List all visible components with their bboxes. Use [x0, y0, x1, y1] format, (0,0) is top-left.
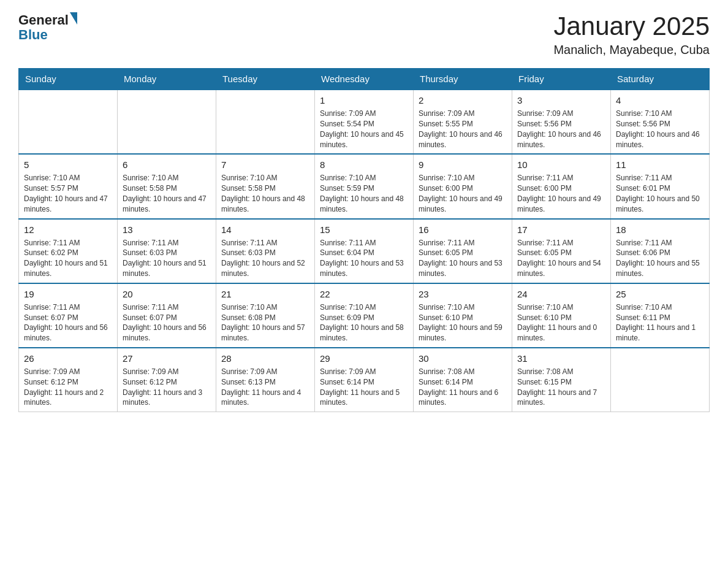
calendar-day-header: Wednesday	[315, 69, 414, 90]
day-info: Sunrise: 7:11 AMSunset: 6:07 PMDaylight:…	[123, 302, 211, 343]
calendar-day-cell: 1Sunrise: 7:09 AMSunset: 5:54 PMDaylight…	[315, 90, 414, 154]
calendar-day-cell: 3Sunrise: 7:09 AMSunset: 5:56 PMDaylight…	[512, 90, 611, 154]
calendar-day-cell: 2Sunrise: 7:09 AMSunset: 5:55 PMDaylight…	[414, 90, 512, 154]
calendar-day-cell: 23Sunrise: 7:10 AMSunset: 6:10 PMDayligh…	[414, 283, 512, 348]
calendar-day-header: Monday	[118, 69, 216, 90]
calendar-day-cell: 21Sunrise: 7:10 AMSunset: 6:08 PMDayligh…	[216, 283, 315, 348]
day-info: Sunrise: 7:10 AMSunset: 6:00 PMDaylight:…	[419, 173, 507, 214]
day-number: 18	[616, 223, 704, 236]
calendar-day-cell: 11Sunrise: 7:11 AMSunset: 6:01 PMDayligh…	[611, 154, 710, 218]
calendar-day-cell: 15Sunrise: 7:11 AMSunset: 6:04 PMDayligh…	[315, 219, 414, 283]
calendar-day-header: Sunday	[19, 69, 118, 90]
day-number: 2	[419, 94, 507, 107]
day-info: Sunrise: 7:11 AMSunset: 6:05 PMDaylight:…	[517, 238, 605, 279]
calendar-week-row: 19Sunrise: 7:11 AMSunset: 6:07 PMDayligh…	[19, 283, 710, 348]
day-number: 5	[24, 158, 112, 171]
day-info: Sunrise: 7:11 AMSunset: 6:02 PMDaylight:…	[24, 238, 112, 279]
day-info: Sunrise: 7:11 AMSunset: 6:03 PMDaylight:…	[123, 238, 211, 279]
day-info: Sunrise: 7:09 AMSunset: 5:54 PMDaylight:…	[320, 109, 408, 150]
calendar-day-cell: 27Sunrise: 7:09 AMSunset: 6:12 PMDayligh…	[118, 348, 216, 412]
day-number: 23	[419, 288, 507, 301]
calendar-day-cell: 14Sunrise: 7:11 AMSunset: 6:03 PMDayligh…	[216, 219, 315, 283]
calendar-day-cell: 20Sunrise: 7:11 AMSunset: 6:07 PMDayligh…	[118, 283, 216, 348]
day-info: Sunrise: 7:09 AMSunset: 6:13 PMDaylight:…	[221, 367, 309, 408]
calendar-day-cell: 28Sunrise: 7:09 AMSunset: 6:13 PMDayligh…	[216, 348, 315, 412]
page-header: General Blue January 2025 Manalich, Maya…	[18, 12, 710, 57]
calendar-day-cell: 18Sunrise: 7:11 AMSunset: 6:06 PMDayligh…	[611, 219, 710, 283]
day-number: 29	[320, 352, 408, 365]
calendar-day-cell: 30Sunrise: 7:08 AMSunset: 6:14 PMDayligh…	[414, 348, 512, 412]
calendar-day-cell: 6Sunrise: 7:10 AMSunset: 5:58 PMDaylight…	[118, 154, 216, 218]
calendar-day-header: Tuesday	[216, 69, 315, 90]
day-info: Sunrise: 7:10 AMSunset: 5:56 PMDaylight:…	[616, 109, 704, 150]
calendar-day-header: Saturday	[611, 69, 710, 90]
day-number: 31	[517, 352, 605, 365]
day-number: 4	[616, 94, 704, 107]
day-number: 12	[24, 223, 112, 236]
day-info: Sunrise: 7:08 AMSunset: 6:14 PMDaylight:…	[419, 367, 507, 408]
day-info: Sunrise: 7:09 AMSunset: 6:14 PMDaylight:…	[320, 367, 408, 408]
calendar-week-row: 5Sunrise: 7:10 AMSunset: 5:57 PMDaylight…	[19, 154, 710, 218]
day-number: 6	[123, 158, 211, 171]
calendar-day-header: Thursday	[414, 69, 512, 90]
calendar-week-row: 1Sunrise: 7:09 AMSunset: 5:54 PMDaylight…	[19, 90, 710, 154]
day-number: 14	[221, 223, 309, 236]
day-info: Sunrise: 7:09 AMSunset: 6:12 PMDaylight:…	[24, 367, 112, 408]
day-number: 26	[24, 352, 112, 365]
logo: General Blue	[18, 12, 77, 42]
calendar-day-cell: 31Sunrise: 7:08 AMSunset: 6:15 PMDayligh…	[512, 348, 611, 412]
calendar-header-row: SundayMondayTuesdayWednesdayThursdayFrid…	[19, 69, 710, 90]
calendar-day-header: Friday	[512, 69, 611, 90]
day-info: Sunrise: 7:11 AMSunset: 6:05 PMDaylight:…	[419, 238, 507, 279]
calendar-day-cell: 19Sunrise: 7:11 AMSunset: 6:07 PMDayligh…	[19, 283, 118, 348]
day-number: 8	[320, 158, 408, 171]
calendar-day-cell	[216, 90, 315, 154]
calendar-day-cell: 26Sunrise: 7:09 AMSunset: 6:12 PMDayligh…	[19, 348, 118, 412]
calendar-week-row: 12Sunrise: 7:11 AMSunset: 6:02 PMDayligh…	[19, 219, 710, 283]
calendar-day-cell: 8Sunrise: 7:10 AMSunset: 5:59 PMDaylight…	[315, 154, 414, 218]
day-number: 17	[517, 223, 605, 236]
day-info: Sunrise: 7:11 AMSunset: 6:00 PMDaylight:…	[517, 173, 605, 214]
day-number: 30	[419, 352, 507, 365]
title-block: January 2025 Manalich, Mayabeque, Cuba	[553, 12, 710, 57]
day-info: Sunrise: 7:11 AMSunset: 6:06 PMDaylight:…	[616, 238, 704, 279]
day-info: Sunrise: 7:10 AMSunset: 5:58 PMDaylight:…	[221, 173, 309, 214]
day-info: Sunrise: 7:08 AMSunset: 6:15 PMDaylight:…	[517, 367, 605, 408]
logo-triangle-icon	[70, 12, 77, 25]
calendar-day-cell: 13Sunrise: 7:11 AMSunset: 6:03 PMDayligh…	[118, 219, 216, 283]
day-info: Sunrise: 7:10 AMSunset: 5:59 PMDaylight:…	[320, 173, 408, 214]
page-title: January 2025	[553, 12, 710, 40]
day-number: 7	[221, 158, 309, 171]
page-subtitle: Manalich, Mayabeque, Cuba	[553, 43, 710, 57]
calendar-day-cell	[118, 90, 216, 154]
calendar-day-cell: 4Sunrise: 7:10 AMSunset: 5:56 PMDaylight…	[611, 90, 710, 154]
day-number: 22	[320, 288, 408, 301]
calendar-day-cell: 25Sunrise: 7:10 AMSunset: 6:11 PMDayligh…	[611, 283, 710, 348]
day-number: 11	[616, 158, 704, 171]
day-info: Sunrise: 7:09 AMSunset: 5:55 PMDaylight:…	[419, 109, 507, 150]
day-number: 24	[517, 288, 605, 301]
day-number: 25	[616, 288, 704, 301]
calendar-week-row: 26Sunrise: 7:09 AMSunset: 6:12 PMDayligh…	[19, 348, 710, 412]
day-number: 20	[123, 288, 211, 301]
day-info: Sunrise: 7:10 AMSunset: 5:57 PMDaylight:…	[24, 173, 112, 214]
calendar-day-cell: 9Sunrise: 7:10 AMSunset: 6:00 PMDaylight…	[414, 154, 512, 218]
day-info: Sunrise: 7:11 AMSunset: 6:04 PMDaylight:…	[320, 238, 408, 279]
day-number: 16	[419, 223, 507, 236]
calendar-day-cell: 22Sunrise: 7:10 AMSunset: 6:09 PMDayligh…	[315, 283, 414, 348]
calendar-day-cell: 5Sunrise: 7:10 AMSunset: 5:57 PMDaylight…	[19, 154, 118, 218]
calendar-table: SundayMondayTuesdayWednesdayThursdayFrid…	[18, 68, 710, 412]
day-number: 13	[123, 223, 211, 236]
day-info: Sunrise: 7:10 AMSunset: 6:10 PMDaylight:…	[517, 302, 605, 343]
calendar-day-cell: 29Sunrise: 7:09 AMSunset: 6:14 PMDayligh…	[315, 348, 414, 412]
day-info: Sunrise: 7:11 AMSunset: 6:01 PMDaylight:…	[616, 173, 704, 214]
day-number: 19	[24, 288, 112, 301]
day-number: 28	[221, 352, 309, 365]
day-info: Sunrise: 7:09 AMSunset: 5:56 PMDaylight:…	[517, 109, 605, 150]
day-info: Sunrise: 7:11 AMSunset: 6:03 PMDaylight:…	[221, 238, 309, 279]
calendar-day-cell: 10Sunrise: 7:11 AMSunset: 6:00 PMDayligh…	[512, 154, 611, 218]
day-number: 1	[320, 94, 408, 107]
day-number: 3	[517, 94, 605, 107]
calendar-day-cell: 17Sunrise: 7:11 AMSunset: 6:05 PMDayligh…	[512, 219, 611, 283]
day-number: 27	[123, 352, 211, 365]
